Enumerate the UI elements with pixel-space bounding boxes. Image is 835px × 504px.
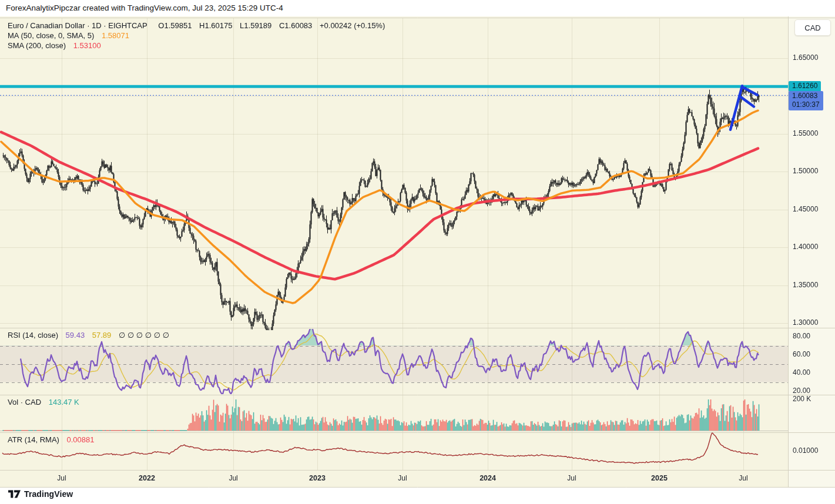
last-price-tag: 1.60083 01:30:37 (789, 91, 823, 110)
time-axis-label: 2024 (479, 474, 496, 482)
atr-value: 0.00881 (67, 435, 95, 444)
attribution-bar: ForexAnalytixPipczar created with Tradin… (0, 0, 835, 16)
ma50-value: 1.58071 (102, 31, 129, 40)
time-axis-label: 2025 (651, 474, 668, 482)
tradingview-branding[interactable]: TradingView (8, 489, 73, 499)
last-price-value: 1.60083 (792, 92, 820, 100)
rsi-axis-tick: 20.00 (793, 387, 810, 395)
currency-toggle-button[interactable]: CAD (794, 19, 831, 36)
ma50-legend[interactable]: MA (50, close, 0, SMA, 5) 1.58071 (8, 31, 129, 40)
price-axis-tick: 1.65000 (793, 53, 818, 62)
time-axis-label: 2023 (309, 474, 326, 482)
ohlc-low: L1.59189 (240, 21, 271, 30)
sma200-legend[interactable]: SMA (200, close) 1.53100 (8, 41, 101, 50)
tradingview-chart-window: ForexAnalytixPipczar created with Tradin… (0, 0, 835, 504)
atr-axis-tick[interactable]: 0.01000 (793, 446, 818, 455)
rsi-value: 59.43 (66, 331, 85, 340)
bar-countdown: 01:30:37 (792, 100, 820, 109)
atr-legend[interactable]: ATR (14, RMA) 0.00881 (8, 435, 95, 444)
price-axis-tick: 1.35000 (793, 281, 818, 289)
price-axis-tick: 1.55000 (793, 129, 818, 137)
symbol-title[interactable]: Euro / Canadian Dollar · 1D · EIGHTCAP (8, 21, 147, 30)
time-axis-label: Jul (398, 474, 407, 482)
volume-axis-tick[interactable]: 200 K (793, 395, 811, 403)
volume-label[interactable]: Vol · CAD (8, 398, 41, 406)
chart-canvas[interactable] (0, 0, 835, 504)
atr-label[interactable]: ATR (14, RMA) (8, 435, 59, 444)
tradingview-wordmark: TradingView (24, 489, 73, 499)
price-axis-tick: 1.40000 (793, 243, 818, 251)
sma200-value: 1.53100 (73, 41, 101, 50)
ohlc-change: +0.00242 (+0.15%) (320, 21, 385, 30)
ohlc-close: C1.60083 (279, 21, 312, 30)
ma50-label[interactable]: MA (50, close, 0, SMA, 5) (8, 31, 94, 40)
time-axis-label: 2022 (139, 474, 155, 482)
price-axis-tick: 1.45000 (793, 205, 818, 213)
symbol-legend[interactable]: Euro / Canadian Dollar · 1D · EIGHTCAP O… (8, 21, 385, 30)
rsi-axis-tick: 40.00 (793, 368, 810, 377)
ohlc-high: H1.60175 (199, 21, 232, 30)
time-axis-label: Jul (567, 474, 576, 482)
hline-price-tag[interactable]: 1.61260 (789, 81, 821, 92)
rsi-label[interactable]: RSI (14, close) (8, 331, 58, 340)
rsi-ma-value: 57.89 (92, 331, 112, 340)
rsi-empty-values: ∅ ∅ ∅ ∅ ∅ ∅ (119, 331, 169, 340)
ohlc-open: O1.59851 (158, 21, 192, 30)
rsi-axis-tick: 80.00 (793, 332, 810, 340)
time-axis-label: Jul (739, 474, 747, 482)
rsi-axis-tick: 60.00 (793, 350, 810, 358)
price-axis-tick: 1.30000 (793, 318, 818, 327)
rsi-legend[interactable]: RSI (14, close) 59.43 57.89 ∅ ∅ ∅ ∅ ∅ ∅ (8, 331, 169, 340)
volume-legend[interactable]: Vol · CAD 143.47 K (8, 398, 79, 406)
sma200-label[interactable]: SMA (200, close) (8, 41, 66, 50)
attribution-text: ForexAnalytixPipczar created with Tradin… (6, 4, 283, 12)
price-axis-tick: 1.50000 (793, 167, 818, 175)
time-axis-label: Jul (57, 474, 66, 482)
volume-value: 143.47 K (49, 398, 79, 406)
tradingview-logo-icon (8, 490, 21, 498)
time-axis-label: Jul (229, 474, 237, 482)
